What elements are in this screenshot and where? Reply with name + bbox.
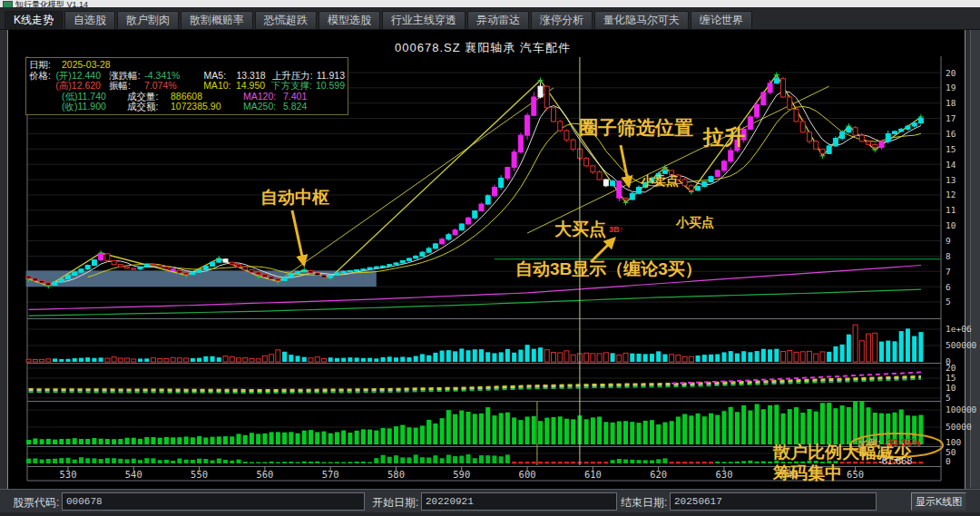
window-bottom-edge xyxy=(0,512,980,516)
annotation-small-sell: 小卖点 xyxy=(641,173,679,190)
svg-text:600: 600 xyxy=(519,469,536,480)
svg-text:11: 11 xyxy=(946,205,956,215)
annotation-circle-filter: 圈子筛选位置 xyxy=(579,115,693,141)
date-label: 日期: xyxy=(29,60,62,71)
tab-3[interactable]: 散割概赔率 xyxy=(181,11,253,29)
high-value: (高)12.620 xyxy=(55,81,109,92)
svg-text:9: 9 xyxy=(946,236,951,246)
tab-bar: K线走势自选股散户割肉散割概赔率恐慌超跌模型选股行业主线穿透异动雷达涨停分析量化… xyxy=(0,7,980,30)
tab-0[interactable]: K线走势 xyxy=(5,11,63,29)
svg-text:1e+06: 1e+06 xyxy=(946,324,972,334)
end-date-label: 结束日期: xyxy=(621,495,667,511)
svg-text:15: 15 xyxy=(946,144,956,154)
svg-text:19: 19 xyxy=(946,83,956,92)
chart-title: 000678.SZ 襄阳轴承 汽车配件 xyxy=(0,40,965,56)
svg-text:0: 0 xyxy=(946,456,951,466)
svg-text:18: 18 xyxy=(946,98,956,108)
svg-text:12: 12 xyxy=(946,190,956,200)
start-date-input[interactable] xyxy=(421,492,617,511)
svg-text:17: 17 xyxy=(946,113,956,123)
tab-10[interactable]: 缠论世界 xyxy=(691,11,752,29)
stock-code-label: 股票代码: xyxy=(13,495,59,511)
svg-text:550: 550 xyxy=(191,469,208,480)
svg-text:610: 610 xyxy=(584,469,602,480)
amp-label: 振幅: xyxy=(109,81,144,92)
svg-text:530: 530 xyxy=(59,469,76,480)
tab-2[interactable]: 散户割肉 xyxy=(117,11,179,29)
svg-text:10: 10 xyxy=(946,383,956,393)
ma10-value: 14.950 xyxy=(236,81,271,92)
support-label: 下方支撑: xyxy=(271,81,316,92)
tab-8[interactable]: 涨停分析 xyxy=(531,11,593,29)
end-date-input[interactable] xyxy=(670,492,877,511)
svg-text:6: 6 xyxy=(946,282,951,292)
3b-marker: 3B↑ xyxy=(609,225,623,234)
svg-text:580: 580 xyxy=(387,469,405,480)
quote-info-panel: 日期: 2025-03-28 价格: (开)12.440 涨跌幅: -4.341… xyxy=(25,57,348,115)
ma10-label: MA10: xyxy=(203,81,236,92)
svg-text:16: 16 xyxy=(946,129,956,139)
support-value: 10.599 xyxy=(316,81,345,92)
bottom-indicator-value: -61.668 xyxy=(878,455,912,466)
svg-text:560: 560 xyxy=(256,469,273,480)
auto-pivot-zone xyxy=(26,270,377,287)
date-value: 2025-03-28 xyxy=(62,60,111,71)
app-icon xyxy=(3,1,13,7)
svg-text:540: 540 xyxy=(125,469,142,480)
start-date-label: 开始日期: xyxy=(372,495,418,511)
svg-text:20: 20 xyxy=(946,68,956,78)
ma250-value: 5.824 xyxy=(283,102,327,112)
axis-labels: 5678910111213141516171819201e+0650000002… xyxy=(946,68,977,467)
svg-text:8: 8 xyxy=(946,251,951,261)
price-label: 价格: xyxy=(29,71,55,82)
chip-bars xyxy=(26,401,923,444)
svg-text:590: 590 xyxy=(453,469,470,480)
tab-7[interactable]: 异动雷达 xyxy=(467,11,529,29)
svg-text:630: 630 xyxy=(715,469,732,480)
volume-bars xyxy=(26,325,923,362)
window-title: 知行量化模型 V1.14 xyxy=(15,0,88,7)
ratio-label: 比例: xyxy=(858,437,881,448)
amp-value: 7.074% xyxy=(144,81,203,92)
svg-text:500000: 500000 xyxy=(946,340,977,350)
annotation-chip-concentrate: 筹码集中 xyxy=(773,462,842,485)
svg-text:50000: 50000 xyxy=(946,422,972,432)
footer-bar: 股票代码: 开始日期: 结束日期: 显示K线图 xyxy=(0,489,980,513)
show-kline-button[interactable]: 显示K线图 xyxy=(911,492,966,511)
tab-4[interactable]: 恐慌超跌 xyxy=(255,11,317,29)
cost-ribbon-lines xyxy=(29,373,921,393)
amount-value: 1072385.90 xyxy=(171,102,243,112)
svg-text:7: 7 xyxy=(946,267,951,277)
svg-text:5: 5 xyxy=(946,297,951,307)
svg-text:5: 5 xyxy=(946,393,951,403)
annotation-pull-up: 拉升 xyxy=(703,123,745,151)
ratio-readout: 比例: -30.35% xyxy=(858,436,921,450)
svg-text:570: 570 xyxy=(322,469,339,480)
svg-text:10: 10 xyxy=(946,220,956,230)
svg-text:650: 650 xyxy=(847,469,864,480)
amount-label: 成交额: xyxy=(127,102,171,112)
ratio-value: -30.35% xyxy=(884,437,921,448)
tab-9[interactable]: 量化隐马尔可夫 xyxy=(594,11,689,29)
svg-text:20: 20 xyxy=(946,363,956,373)
window-titlebar: 知行量化模型 V1.14 xyxy=(0,0,980,7)
svg-text:100: 100 xyxy=(946,437,961,447)
x-axis-labels: 530540550560570580590600610620630640650 xyxy=(59,467,864,481)
tab-5[interactable]: 模型选股 xyxy=(318,11,380,29)
annotation-auto-pivot: 自动中枢 xyxy=(260,186,329,209)
tab-6[interactable]: 行业主线穿透 xyxy=(382,11,466,29)
svg-text:15: 15 xyxy=(946,373,956,383)
svg-text:100000: 100000 xyxy=(946,404,977,414)
svg-text:620: 620 xyxy=(650,469,667,480)
tab-1[interactable]: 自选股 xyxy=(64,11,115,29)
close-value: (收)11.900 xyxy=(62,102,127,112)
ma250-label: MA250: xyxy=(243,102,283,112)
stock-code-input[interactable] xyxy=(62,492,365,511)
annotation-auto-3b: 自动3B显示（缠论3买） xyxy=(515,258,702,281)
svg-text:13: 13 xyxy=(946,175,956,185)
svg-text:14: 14 xyxy=(946,160,956,170)
annotation-small-buy: 小买点 xyxy=(676,215,714,231)
annotation-big-buy: 大买点 xyxy=(554,218,606,241)
